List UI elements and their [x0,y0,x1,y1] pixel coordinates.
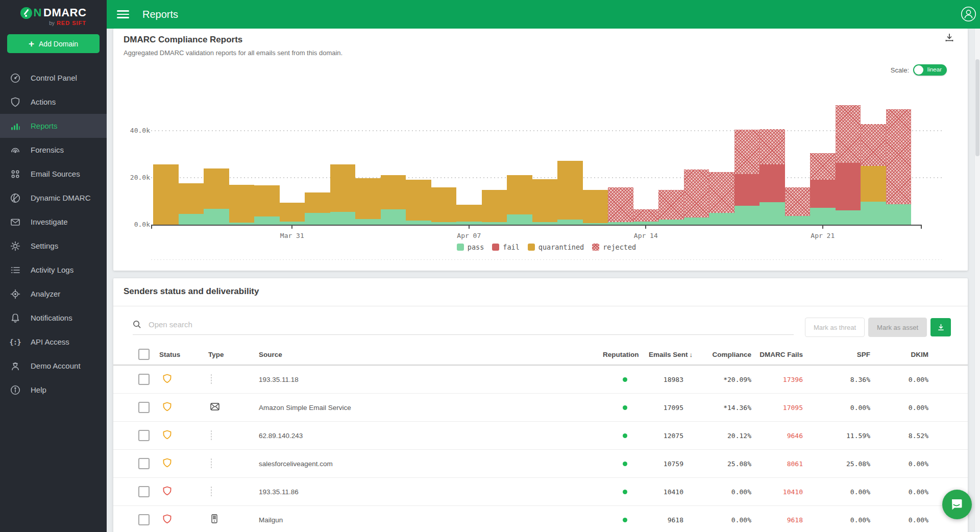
sidebar-item-label: Dynamic DMARC [31,194,91,202]
column-header-emails-sent[interactable]: Emails Sent↓ [649,351,689,358]
sidebar-item-settings[interactable]: Settings [0,234,107,258]
row-checkbox[interactable] [138,458,150,469]
column-header-source[interactable]: Source [259,351,603,358]
bar-apr-21 [810,153,836,225]
select-all-checkbox[interactable] [138,349,150,360]
axis-tick [291,225,292,229]
sidebar-item-demo-account[interactable]: Demo Account [0,354,107,378]
source-name[interactable]: Amazon Simple Email Service [259,404,603,412]
type-email-service-icon [208,403,259,413]
status-warning-shield-icon[interactable] [163,402,208,414]
sidebar-item-analyzer[interactable]: Analyzer [0,282,107,306]
status-threat-shield-icon[interactable] [163,514,208,526]
cell-compliance: 20.12% [689,432,756,440]
source-name[interactable]: 193.35.11.18 [259,376,603,383]
status-warning-shield-icon[interactable] [163,430,208,442]
column-header-spf[interactable]: SPF [808,351,875,358]
legend-label: fail [503,243,520,251]
download-icon [936,323,946,332]
row-checkbox[interactable] [138,402,150,413]
sidebar-item-investigate[interactable]: Investigate [0,210,107,234]
sidebar-item-email-sources[interactable]: Email Sources [0,162,107,186]
cell-emails-sent: 10759 [649,460,689,468]
cell-dkim: 0.00% [875,404,934,412]
legend-item-pass[interactable]: pass [457,243,484,251]
segment-pass [785,216,811,225]
segment-quarantined [861,166,886,202]
type-unknown-icon [208,431,259,440]
segment-quarantined [280,203,305,222]
reputation-good-dot [623,462,627,466]
menu-icon[interactable] [117,10,129,18]
column-header-dmarc-fails[interactable]: DMARC Fails [756,351,808,358]
segment-pass [760,202,785,225]
segment-pass [810,208,836,226]
mark-as-asset-button[interactable]: Mark as asset [868,318,927,337]
add-domain-button[interactable]: + Add Domain [7,34,100,53]
sidebar-item-api-access[interactable]: {:}API Access [0,330,107,354]
sidebar-item-control-panel[interactable]: Control Panel [0,66,107,90]
segment-pass [709,213,734,225]
source-name[interactable]: 193.35.11.86 [259,488,603,496]
sidebar-item-notifications[interactable]: Notifications [0,306,107,330]
sidebar-item-activity-logs[interactable]: Activity Logs [0,258,107,282]
sidebar-item-help[interactable]: Help [0,378,107,402]
search-field[interactable] [133,320,794,335]
column-header-type[interactable]: Type [208,351,259,358]
envelope-icon [9,216,21,228]
sidebar-item-reports[interactable]: Reports [0,114,107,138]
sidebar-item-actions[interactable]: Actions [0,90,107,114]
scrollbar-thumb[interactable] [975,59,979,156]
bar-apr-05 [406,180,431,225]
type-unknown-icon [208,375,259,384]
source-name[interactable]: Mailgun [259,516,603,524]
source-name[interactable]: salesforceliveagent.com [259,460,603,468]
source-name[interactable]: 62.89.140.243 [259,432,603,440]
page-title: Reports [142,9,178,20]
row-checkbox[interactable] [138,374,150,385]
segment-rejected [658,190,684,220]
bar-apr-13 [608,187,633,225]
user-avatar-icon[interactable] [961,6,976,22]
status-threat-shield-icon[interactable] [163,486,208,498]
segment-quarantined [229,185,255,223]
search-icon [133,320,141,329]
compliance-chart: 0.0k20.0k40.0kMar 31Apr 07Apr 14Apr 21pa… [113,29,968,271]
row-checkbox[interactable] [138,486,150,497]
cell-dmarc-fails: 10410 [756,488,808,496]
info-icon [9,384,21,396]
segment-quarantined [305,192,330,213]
legend-item-fail[interactable]: fail [492,243,520,251]
chat-launcher-button[interactable] [942,490,972,519]
status-warning-shield-icon[interactable] [163,374,208,385]
segment-pass [734,206,760,225]
table-row: salesforceliveagent.com1075925.08%806125… [113,450,968,478]
bar-mar-30 [254,185,280,225]
column-header-dkim[interactable]: DKIM [875,351,934,358]
segment-fail [836,163,861,210]
search-input[interactable] [148,320,794,329]
sidebar-item-forensics[interactable]: Forensics [0,138,107,162]
column-header-reputation[interactable]: Reputation [603,351,649,358]
cell-spf: 0.00% [808,516,875,524]
gridline-40.0k [151,130,942,131]
segment-quarantined [355,178,381,219]
bar-apr-24 [886,109,912,225]
dmarc-compliance-card: DMARC Compliance Reports Aggregated DMAR… [113,29,968,271]
row-checkbox[interactable] [138,430,150,441]
column-header-compliance[interactable]: Compliance [689,351,756,358]
segment-quarantined [381,175,406,209]
bar-apr-03 [355,178,381,225]
page-scrollbar[interactable] [974,29,980,532]
legend-item-quarantined[interactable]: quarantined [528,243,584,251]
legend-label: quarantined [538,243,584,251]
status-warning-shield-icon[interactable] [163,458,208,470]
download-table-button[interactable] [930,318,951,336]
sidebar-item-dynamic-dmarc[interactable]: Dynamic DMARC [0,186,107,210]
column-header-status[interactable]: Status [159,351,208,358]
row-checkbox[interactable] [138,514,150,525]
legend-item-rejected[interactable]: rejected [592,243,636,251]
mark-as-threat-button[interactable]: Mark as threat [805,318,865,337]
type-server-icon [208,514,259,525]
senders-table: StatusTypeSourceReputationEmails Sent↓Co… [113,344,968,532]
